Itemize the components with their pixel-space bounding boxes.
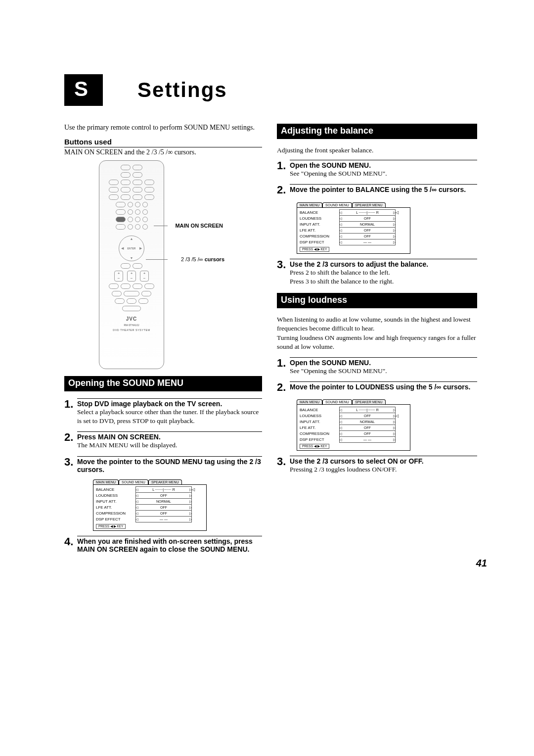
page-title-row: S Settings	[64, 74, 487, 106]
section-using-loudness: Using loudness	[277, 293, 477, 308]
step-number: 4.	[64, 536, 77, 548]
buttons-used-label: Buttons used	[64, 138, 262, 146]
step: 2. Move the pointer to BALANCE using the…	[277, 184, 477, 196]
title-main: Settings	[137, 78, 227, 102]
section-intro: When listening to audio at low volume, s…	[277, 315, 477, 351]
remote-model: RM-STHA10J	[124, 324, 139, 327]
step-text: See "Opening the SOUND MENU".	[290, 169, 477, 178]
step-title: Open the SOUND MENU.	[290, 161, 477, 169]
remote-illustration: ▲▼ ◀▶ +− +− +− JVC RM-STHA10J DVD	[99, 160, 164, 369]
section-adjusting-balance: Adjusting the balance	[277, 124, 477, 139]
step-number: 2.	[277, 184, 290, 196]
menu-footer: PRESS ◀ ▶ KEY	[96, 524, 126, 529]
step-number: 1.	[277, 160, 290, 172]
step-number: 1.	[64, 398, 77, 410]
screenshot-sound-menu-loudness: MAIN MENU SOUND MENU SPEAKER MENU BALANC…	[297, 399, 410, 451]
step: 3. Move the pointer to the SOUND MENU ta…	[64, 456, 262, 473]
step-number: 1.	[277, 357, 290, 369]
step-title: Open the SOUND MENU.	[290, 359, 477, 367]
step: 4. When you are finished with on-screen …	[64, 536, 262, 553]
step: 1. Open the SOUND MENU. See "Opening the…	[277, 160, 477, 178]
step-title: When you are finished with on-screen set…	[77, 537, 262, 553]
step-title: Stop DVD image playback on the TV screen…	[77, 400, 262, 408]
section-opening-sound-menu: Opening the SOUND MENU	[64, 376, 262, 391]
intro-text: Use the primary remote control to perfor…	[64, 124, 262, 132]
step-text: Select a playback source other than the …	[77, 408, 262, 425]
callout-main-on-screen: MAIN ON SCREEN	[175, 223, 223, 229]
step-number: 3.	[277, 259, 290, 271]
screenshot-sound-menu-balance: MAIN MENU SOUND MENU SPEAKER MENU BALANC…	[297, 202, 410, 254]
step-title: Use the 2 /3 cursors to select ON or OFF…	[290, 457, 477, 465]
step-title: Use the 2 /3 cursors to adjust the balan…	[290, 260, 477, 268]
remote-brand: JVC	[126, 316, 137, 322]
remote-subtitle: DVD THEATER SYSYTEM	[113, 329, 150, 331]
step: 1. Open the SOUND MENU. See "Opening the…	[277, 357, 477, 376]
title-badge: S	[64, 74, 103, 106]
menu-tab-sound: SOUND MENU	[119, 479, 148, 484]
section-intro: Adjusting the front speaker balance.	[277, 146, 477, 155]
step-number: 2.	[277, 381, 290, 393]
screenshot-sound-menu-balance: MAIN MENU SOUND MENU SPEAKER MENU BALANC…	[93, 479, 207, 531]
step-title: Move the pointer to BALANCE using the 5 …	[290, 186, 477, 193]
step-text: Press 2 to shift the balance to the left…	[290, 268, 477, 286]
step-title: Move the pointer to the SOUND MENU tag u…	[77, 458, 262, 473]
menu-tab-main: MAIN MENU	[93, 479, 119, 484]
step-text: See "Opening the SOUND MENU".	[290, 367, 477, 376]
callout-cursors: 2 /3 /5 /∞ cursors	[181, 256, 224, 262]
step-number: 3.	[64, 456, 77, 468]
step: 3. Use the 2 /3 cursors to select ON or …	[277, 456, 477, 474]
step-title: Move the pointer to LOUDNESS using the 5…	[290, 383, 477, 391]
step-number: 3.	[277, 456, 290, 468]
step: 2. Press MAIN ON SCREEN. The MAIN MENU w…	[64, 431, 262, 450]
step-text: Pressing 2 /3 toggles loudness ON/OFF.	[290, 465, 477, 474]
step-text: The MAIN MENU will be displayed.	[77, 441, 262, 450]
buttons-used-body: MAIN ON SCREEN and the 2 /3 /5 /∞ cursor…	[64, 148, 262, 156]
step: 1. Stop DVD image playback on the TV scr…	[64, 398, 262, 425]
step-number: 2.	[64, 431, 77, 443]
step-title: Press MAIN ON SCREEN.	[77, 433, 262, 441]
menu-tab-speaker: SPEAKER MENU	[148, 479, 182, 484]
step: 2. Move the pointer to LOUDNESS using th…	[277, 381, 477, 393]
step: 3. Use the 2 /3 cursors to adjust the ba…	[277, 259, 477, 286]
divider	[64, 147, 262, 147]
page-number: 41	[476, 558, 487, 569]
